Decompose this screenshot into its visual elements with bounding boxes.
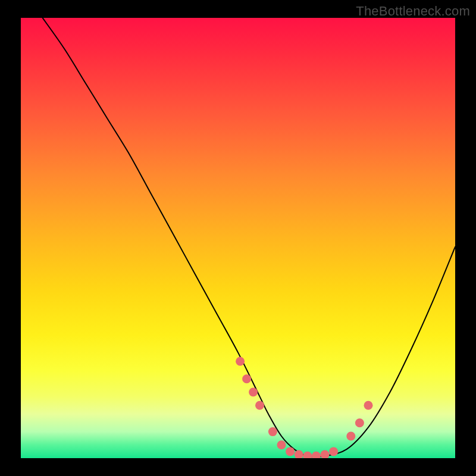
highlight-dot bbox=[236, 357, 245, 366]
highlight-dot bbox=[364, 401, 373, 410]
highlight-dot bbox=[321, 450, 330, 458]
watermark-text: TheBottleneck.com bbox=[356, 4, 470, 19]
highlight-dot bbox=[303, 452, 312, 458]
highlight-dot bbox=[295, 450, 303, 458]
chart-svg bbox=[21, 18, 455, 458]
highlight-dot bbox=[286, 447, 295, 456]
bottleneck-curve bbox=[43, 18, 456, 457]
highlight-dot bbox=[312, 452, 321, 458]
highlight-dot bbox=[277, 440, 286, 449]
highlight-dot bbox=[249, 388, 258, 397]
highlight-dot bbox=[346, 432, 355, 441]
highlight-dot bbox=[255, 401, 264, 410]
plot-area bbox=[21, 18, 455, 458]
highlight-dot bbox=[329, 447, 338, 456]
highlight-dot bbox=[242, 374, 251, 383]
highlight-dot bbox=[355, 418, 364, 427]
highlight-dot bbox=[268, 427, 277, 436]
highlight-dots bbox=[236, 357, 372, 458]
